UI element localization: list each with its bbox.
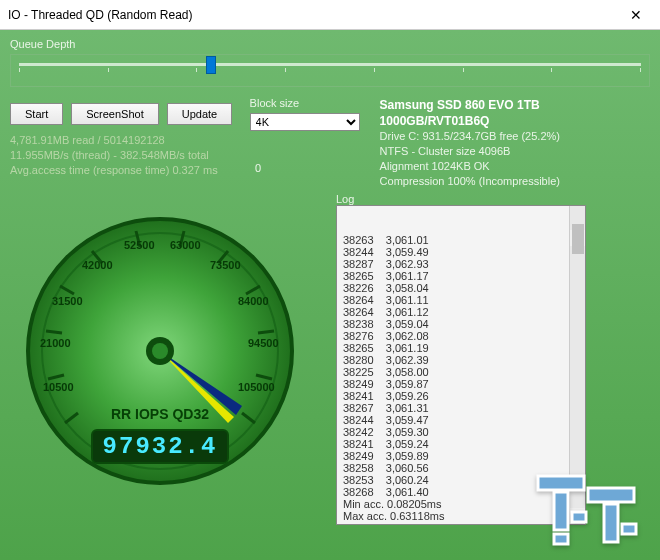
update-button[interactable]: Update bbox=[167, 103, 232, 125]
tick-4: 42000 bbox=[82, 259, 113, 271]
queue-depth-label: Queue Depth bbox=[10, 38, 650, 50]
svg-rect-22 bbox=[554, 534, 568, 544]
gauge-title: RR IOPS QD32 bbox=[10, 406, 310, 422]
drive-free: Drive C: 931.5/234.7GB free (25.2%) bbox=[380, 129, 650, 144]
queue-depth-slider[interactable] bbox=[19, 63, 641, 66]
stats-access: Avg.access time (response time) 0.327 ms bbox=[10, 163, 238, 178]
svg-rect-18 bbox=[538, 476, 584, 490]
blocksize-label: Block size bbox=[250, 97, 360, 109]
blocksize-select[interactable]: 4K bbox=[250, 113, 360, 131]
svg-point-17 bbox=[152, 343, 168, 359]
log-label: Log bbox=[336, 193, 650, 205]
tweaktown-logo bbox=[532, 468, 652, 552]
svg-rect-21 bbox=[604, 504, 618, 542]
tick-3: 31500 bbox=[52, 295, 83, 307]
drive-comp: Compression 100% (Incompressible) bbox=[380, 174, 650, 189]
tick-6: 63000 bbox=[170, 239, 201, 251]
scroll-thumb[interactable] bbox=[572, 224, 584, 254]
stats-read: 4,781.91MB read / 5014192128 bbox=[10, 133, 238, 148]
tick-9: 94500 bbox=[248, 337, 279, 349]
drive-align: Alignment 1024KB OK bbox=[380, 159, 650, 174]
slider-thumb[interactable] bbox=[206, 56, 216, 74]
tick-1: 10500 bbox=[43, 381, 74, 393]
start-button[interactable]: Start bbox=[10, 103, 63, 125]
screenshot-button[interactable]: ScreenShot bbox=[71, 103, 158, 125]
window-title: IO - Threaded QD (Random Read) bbox=[8, 8, 193, 22]
iops-gauge: 10500 21000 31500 42000 52500 63000 7350… bbox=[10, 201, 310, 501]
counter-zero: 0 bbox=[255, 162, 261, 174]
tick-7: 73500 bbox=[210, 259, 241, 271]
svg-rect-20 bbox=[588, 488, 634, 502]
slider-ticks bbox=[19, 68, 641, 72]
queue-depth-slider-box bbox=[10, 54, 650, 87]
svg-rect-19 bbox=[554, 492, 568, 530]
drive-title: Samsung SSD 860 EVO 1TB 1000GB/RVT01B6Q bbox=[380, 97, 650, 129]
stats-block: 4,781.91MB read / 5014192128 11.955MB/s … bbox=[10, 133, 238, 178]
tick-8: 84000 bbox=[238, 295, 269, 307]
drive-fs: NTFS - Cluster size 4096B bbox=[380, 144, 650, 159]
stats-speed: 11.955MB/s (thread) - 382.548MB/s total bbox=[10, 148, 238, 163]
svg-line-11 bbox=[258, 331, 274, 333]
svg-rect-24 bbox=[622, 524, 636, 534]
gauge-readout: 97932.4 bbox=[10, 429, 310, 464]
titlebar: IO - Threaded QD (Random Read) ✕ bbox=[0, 0, 660, 30]
client-area: Queue Depth Start ScreenShot Update 4,78… bbox=[0, 30, 660, 560]
svg-rect-25 bbox=[572, 512, 586, 522]
drive-info: Samsung SSD 860 EVO 1TB 1000GB/RVT01B6Q … bbox=[380, 97, 650, 189]
tick-2: 21000 bbox=[40, 337, 71, 349]
close-icon[interactable]: ✕ bbox=[620, 3, 652, 27]
svg-line-4 bbox=[46, 331, 62, 333]
tick-10: 105000 bbox=[238, 381, 275, 393]
tick-5: 52500 bbox=[124, 239, 155, 251]
